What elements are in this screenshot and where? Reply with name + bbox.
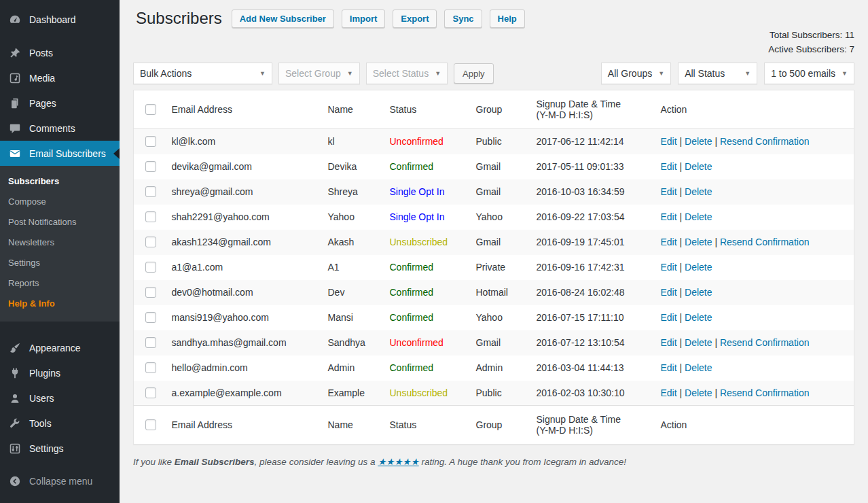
row-checkbox[interactable] <box>145 262 156 273</box>
sidebar-item-media[interactable]: Media <box>0 65 120 90</box>
action-cell: Edit | Delete <box>654 205 854 230</box>
edit-link[interactable]: Edit <box>661 237 677 247</box>
signup-cell: 2016-10-03 16:34:59 <box>530 179 654 205</box>
chevron-down-icon: ▼ <box>435 70 441 77</box>
row-checkbox[interactable] <box>145 136 156 147</box>
sidebar-item-posts[interactable]: Posts <box>0 40 120 65</box>
submenu-item-compose[interactable]: Compose <box>0 192 120 213</box>
delete-link[interactable]: Delete <box>685 387 712 398</box>
edit-link[interactable]: Edit <box>661 362 677 373</box>
all-groups-select[interactable]: All Groups ▼ <box>601 63 671 84</box>
delete-link[interactable]: Delete <box>685 287 712 298</box>
sidebar-item-pages[interactable]: Pages <box>0 90 120 116</box>
delete-link[interactable]: Delete <box>685 262 712 273</box>
apply-button[interactable]: Apply <box>454 63 494 84</box>
signup-cell: 2017-06-12 11:42:14 <box>530 129 654 154</box>
sidebar-item-users[interactable]: Users <box>0 385 120 411</box>
submenu-item-post-notifications[interactable]: Post Notifications <box>0 213 120 233</box>
status-cell: Confirmed <box>383 255 469 280</box>
sidebar-item-label: Settings <box>29 443 64 454</box>
export-button[interactable]: Export <box>393 10 437 28</box>
edit-link[interactable]: Edit <box>661 262 677 273</box>
delete-link[interactable]: Delete <box>685 362 712 373</box>
collapse-menu-button[interactable]: Collapse menu <box>0 468 120 493</box>
five-star-rating-link[interactable]: ★★★★★ <box>378 457 419 467</box>
plugin-name: Email Subscribers <box>175 457 255 467</box>
name-cell: Mansi <box>321 305 383 330</box>
group-cell: Yahoo <box>469 205 530 230</box>
signup-cell: 2016-09-16 17:42:31 <box>530 255 654 280</box>
sidebar-item-label: Posts <box>29 48 53 58</box>
submenu-item-help-info[interactable]: Help & Info <box>0 294 120 315</box>
footer-text: If you like <box>133 457 175 467</box>
sidebar-item-dashboard[interactable]: Dashboard <box>0 7 120 32</box>
sidebar-item-label: Plugins <box>29 368 60 379</box>
submenu-item-newsletters[interactable]: Newsletters <box>0 233 120 254</box>
sidebar-item-plugins[interactable]: Plugins <box>0 360 120 385</box>
row-checkbox[interactable] <box>145 161 156 172</box>
edit-link[interactable]: Edit <box>661 161 677 172</box>
all-status-select[interactable]: All Status ▼ <box>678 63 757 84</box>
resend-confirmation-link[interactable]: Resend Confirmation <box>720 337 810 348</box>
group-cell: Gmail <box>469 330 530 355</box>
sidebar-item-email-subscribers[interactable]: Email Subscribers <box>0 141 120 166</box>
import-button[interactable]: Import <box>342 10 385 28</box>
bulk-actions-select[interactable]: Bulk Actions ▼ <box>133 63 272 84</box>
row-checkbox[interactable] <box>145 312 156 323</box>
edit-link[interactable]: Edit <box>661 387 677 398</box>
resend-confirmation-link[interactable]: Resend Confirmation <box>720 237 810 247</box>
column-header-action: Action <box>654 90 854 129</box>
resend-confirmation-link[interactable]: Resend Confirmation <box>720 136 810 147</box>
submenu-item-subscribers[interactable]: Subscribers <box>0 172 120 192</box>
email-cell: a.example@example.com <box>165 381 321 406</box>
delete-link[interactable]: Delete <box>685 136 712 147</box>
row-checkbox[interactable] <box>145 186 156 197</box>
sync-button[interactable]: Sync <box>444 10 482 28</box>
edit-link[interactable]: Edit <box>661 186 677 197</box>
row-checkbox[interactable] <box>145 362 156 373</box>
row-checkbox[interactable] <box>145 287 156 298</box>
row-checkbox[interactable] <box>145 237 156 247</box>
chevron-down-icon: ▼ <box>842 70 848 77</box>
email-range-select[interactable]: 1 to 500 emails ▼ <box>764 63 854 84</box>
action-separator: | <box>677 337 685 348</box>
select-group-select[interactable]: Select Group ▼ <box>278 63 360 84</box>
select-all-checkbox[interactable] <box>145 419 156 430</box>
row-checkbox[interactable] <box>145 211 156 222</box>
edit-link[interactable]: Edit <box>661 211 677 222</box>
action-separator: | <box>677 362 685 373</box>
menu-separator <box>0 322 120 335</box>
subscriber-stats: Total Subscribers: 11 Active Subscribers… <box>133 28 854 56</box>
submenu-item-reports[interactable]: Reports <box>0 274 120 294</box>
delete-link[interactable]: Delete <box>685 312 712 323</box>
edit-link[interactable]: Edit <box>661 287 677 298</box>
email-subscribers-submenu: Subscribers Compose Post Notifications N… <box>0 166 120 322</box>
email-cell: kl@lk.com <box>165 129 321 154</box>
submenu-item-settings[interactable]: Settings <box>0 254 120 274</box>
row-checkbox[interactable] <box>145 387 156 398</box>
edit-link[interactable]: Edit <box>661 312 677 323</box>
delete-link[interactable]: Delete <box>685 237 712 247</box>
resend-confirmation-link[interactable]: Resend Confirmation <box>720 387 810 398</box>
edit-link[interactable]: Edit <box>661 337 677 348</box>
select-status-select[interactable]: Select Status ▼ <box>366 63 448 84</box>
row-checkbox[interactable] <box>145 337 156 348</box>
edit-link[interactable]: Edit <box>661 136 677 147</box>
page-title: Subscribers <box>136 9 222 28</box>
add-new-subscriber-button[interactable]: Add New Subscriber <box>232 10 334 28</box>
sidebar-item-appearance[interactable]: Appearance <box>0 335 120 360</box>
sidebar-item-comments[interactable]: Comments <box>0 116 120 141</box>
action-cell: Edit | Delete <box>654 305 854 330</box>
delete-link[interactable]: Delete <box>685 337 712 348</box>
select-all-checkbox[interactable] <box>145 104 156 115</box>
delete-link[interactable]: Delete <box>685 161 712 172</box>
sidebar-item-tools[interactable]: Tools <box>0 411 120 436</box>
name-cell: Akash <box>321 230 383 255</box>
delete-link[interactable]: Delete <box>685 186 712 197</box>
help-button[interactable]: Help <box>490 10 525 28</box>
table-row: a1@a1.comA1ConfirmedPrivate2016-09-16 17… <box>134 255 854 280</box>
status-cell: Unconfirmed <box>383 129 469 154</box>
signup-cell: 2016-02-03 10:30:10 <box>530 381 654 406</box>
sidebar-item-settings[interactable]: Settings <box>0 436 120 461</box>
delete-link[interactable]: Delete <box>685 211 712 222</box>
